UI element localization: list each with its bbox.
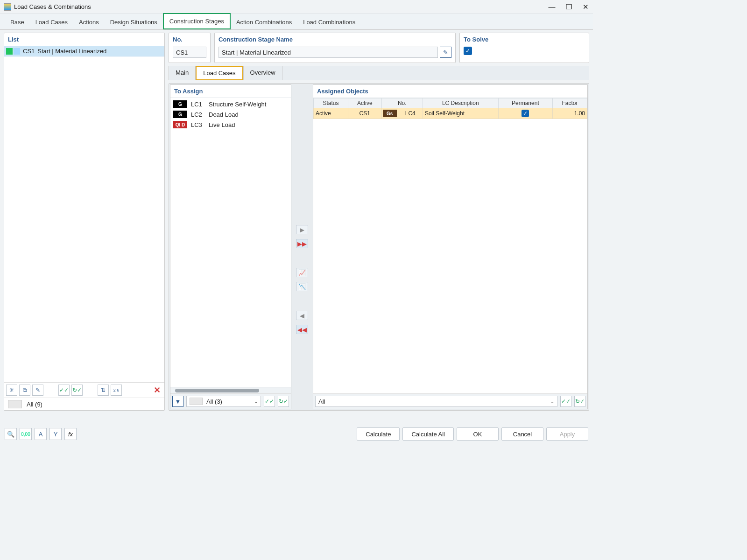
status-chip-green (6, 48, 13, 55)
to-assign-panel: To Assign G LC1 Structure Self-Weight G … (170, 84, 291, 409)
text-icon[interactable]: A (35, 428, 47, 440)
edit-button[interactable]: ✎ (32, 385, 43, 396)
fx-icon[interactable]: fx (64, 428, 77, 440)
cell-no: LC4 (398, 108, 423, 119)
assigned-checkall[interactable]: ✓✓ (560, 396, 571, 407)
filter-icon[interactable]: ▼ (172, 396, 183, 407)
delete-button[interactable]: ✕ (151, 385, 162, 396)
col-active[interactable]: Active (348, 98, 381, 108)
titlebar: Load Cases & Combinations — ❐ ✕ (0, 0, 593, 14)
move-left-button[interactable]: ◀ (296, 311, 308, 320)
tab-load-cases[interactable]: Load Cases (30, 15, 73, 29)
maximize-button[interactable]: ❐ (565, 3, 572, 11)
name-input[interactable] (218, 47, 438, 58)
lc-desc: Dead Load (209, 111, 239, 118)
tab-design-situations[interactable]: Design Situations (105, 15, 163, 29)
solve-label: To Solve (464, 35, 585, 47)
no-input[interactable] (173, 47, 206, 58)
tab-actions[interactable]: Actions (73, 15, 105, 29)
subtab-bar: Main Load Cases Overview (169, 66, 589, 80)
edit-name-button[interactable]: ✎ (440, 47, 451, 58)
move-all-right-button[interactable]: ▶▶ (296, 239, 308, 248)
main-tabbar: Base Load Cases Actions Design Situation… (0, 14, 593, 30)
assign-scrollbar[interactable] (170, 387, 291, 393)
subtab-overview[interactable]: Overview (243, 66, 282, 80)
new-button[interactable]: ✳ (6, 385, 17, 396)
name-card: Construction Stage Name ✎ (214, 33, 456, 63)
solve-checkbox[interactable]: ✓ (464, 47, 472, 55)
cell-active: CS1 (348, 108, 381, 119)
assigned-refresh[interactable]: ↻✓ (574, 396, 585, 407)
subtab-load-cases[interactable]: Load Cases (196, 66, 243, 80)
refresh-check-button[interactable]: ↻✓ (71, 385, 83, 396)
calculate-all-button[interactable]: Calculate All (402, 427, 454, 441)
list-toolbar: ✳ ⧉ ✎ ✓✓ ↻✓ ⇅ 2 6 ✕ (4, 382, 164, 398)
footer: 🔍 0,00 A Y fx Calculate Calculate All OK… (0, 424, 593, 444)
apply-button: Apply (546, 427, 588, 441)
list-item[interactable]: CS1 Start | Material Linearized (4, 46, 164, 56)
tab-load-combinations[interactable]: Load Combinations (297, 15, 361, 29)
cancel-button[interactable]: Cancel (501, 427, 543, 441)
units-icon[interactable]: 0,00 (20, 428, 32, 440)
ok-button[interactable]: OK (457, 427, 499, 441)
col-no[interactable]: No. (381, 98, 423, 108)
no-label: No. (173, 35, 206, 47)
check-all-button[interactable]: ✓✓ (58, 385, 70, 396)
assign-refresh[interactable]: ↻✓ (278, 396, 289, 407)
to-assign-body[interactable]: G LC1 Structure Self-Weight G LC2 Dead L… (170, 98, 291, 387)
assigned-table-wrap[interactable]: Status Active No. LC Description Permane… (313, 98, 587, 393)
number-button[interactable]: 2 6 (111, 385, 122, 396)
move-all-left-button[interactable]: ◀◀ (296, 325, 308, 334)
lc-desc: Structure Self-Weight (209, 101, 266, 108)
assign-checkall[interactable]: ✓✓ (264, 396, 275, 407)
help-icon[interactable]: 🔍 (5, 428, 17, 440)
cell-status: Active (314, 108, 348, 119)
assigned-filter-bar: All⌄ ✓✓ ↻✓ (313, 393, 587, 409)
move-right-button[interactable]: ▶ (296, 225, 308, 234)
assigned-filter-combo[interactable]: All⌄ (315, 396, 557, 407)
chart-up-icon[interactable]: 📈 (296, 268, 308, 277)
minimize-button[interactable]: — (548, 3, 556, 11)
tab-base[interactable]: Base (5, 15, 30, 29)
assigned-header: Assigned Objects (313, 85, 587, 98)
list-body[interactable]: CS1 Start | Material Linearized (4, 46, 164, 382)
solve-card: To Solve ✓ (459, 33, 589, 63)
lc-code: LC2 (191, 111, 205, 118)
no-card: No. (169, 33, 211, 63)
window-title: Load Cases & Combinations (14, 3, 548, 10)
col-permanent[interactable]: Permanent (498, 98, 552, 108)
tab-action-combinations[interactable]: Action Combinations (231, 15, 297, 29)
assign-row[interactable]: QI D LC3 Live Load (173, 119, 288, 130)
chart-down-icon[interactable]: 📉 (296, 282, 308, 291)
lc-tag: G (173, 111, 187, 118)
subtab-main[interactable]: Main (169, 66, 196, 80)
assign-filter-bar: ▼ All (3) ⌄ ✓✓ ↻✓ (170, 393, 291, 409)
table-row[interactable]: Active CS1 Gs LC4 Soil Self-Weight ✓ 1.0… (314, 108, 587, 119)
filter-icon[interactable]: Y (49, 428, 62, 440)
copy-button[interactable]: ⧉ (19, 385, 30, 396)
app-icon (4, 3, 11, 11)
sort-button[interactable]: ⇅ (98, 385, 109, 396)
cell-desc: Soil Self-Weight (423, 108, 498, 119)
cell-permanent[interactable]: ✓ (498, 108, 552, 119)
lc-code: LC1 (191, 101, 205, 108)
list-item-code: CS1 (23, 48, 35, 55)
lc-desc: Live Load (209, 121, 235, 128)
assign-row[interactable]: G LC1 Structure Self-Weight (173, 99, 288, 109)
col-desc[interactable]: LC Description (423, 98, 498, 108)
col-status[interactable]: Status (314, 98, 348, 108)
assign-row[interactable]: G LC2 Dead Load (173, 109, 288, 119)
tab-construction-stages[interactable]: Construction Stages (163, 13, 231, 29)
cell-factor: 1.00 (553, 108, 587, 119)
lc-tag: QI D (173, 121, 187, 128)
list-all-bar[interactable]: All (9) (4, 398, 164, 410)
all-swatch (8, 400, 22, 408)
assign-filter-combo[interactable]: All (3) ⌄ (186, 396, 261, 407)
lc-code: LC3 (191, 121, 205, 128)
list-panel: List CS1 Start | Material Linearized ✳ ⧉… (4, 33, 165, 411)
to-assign-header: To Assign (170, 85, 291, 98)
close-button[interactable]: ✕ (582, 3, 589, 11)
calculate-button[interactable]: Calculate (357, 427, 400, 441)
col-factor[interactable]: Factor (553, 98, 587, 108)
transfer-buttons: ▶ ▶▶ 📈 📉 ◀ ◀◀ (293, 84, 311, 409)
